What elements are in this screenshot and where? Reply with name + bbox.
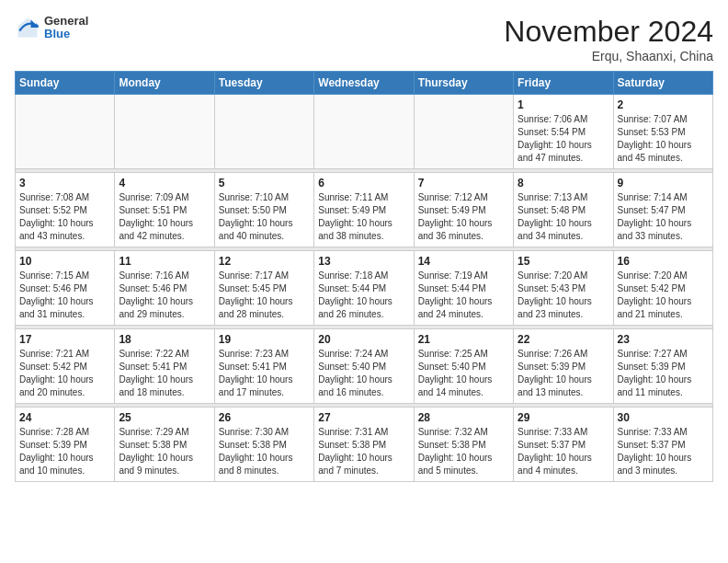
calendar-cell: 11Sunrise: 7:16 AM Sunset: 5:46 PM Dayli… bbox=[115, 251, 214, 326]
calendar-cell: 27Sunrise: 7:31 AM Sunset: 5:38 PM Dayli… bbox=[314, 408, 414, 482]
day-number: 8 bbox=[518, 177, 609, 190]
day-info: Sunrise: 7:19 AM Sunset: 5:44 PM Dayligh… bbox=[418, 270, 509, 321]
calendar-cell: 7Sunrise: 7:12 AM Sunset: 5:49 PM Daylig… bbox=[414, 173, 513, 247]
calendar-cell: 5Sunrise: 7:10 AM Sunset: 5:50 PM Daylig… bbox=[214, 173, 313, 247]
day-info: Sunrise: 7:18 AM Sunset: 5:44 PM Dayligh… bbox=[318, 270, 409, 321]
day-info: Sunrise: 7:30 AM Sunset: 5:38 PM Dayligh… bbox=[219, 426, 310, 477]
weekday-header-row: SundayMondayTuesdayWednesdayThursdayFrid… bbox=[16, 72, 713, 95]
day-info: Sunrise: 7:20 AM Sunset: 5:42 PM Dayligh… bbox=[618, 270, 709, 321]
day-info: Sunrise: 7:07 AM Sunset: 5:53 PM Dayligh… bbox=[618, 113, 709, 165]
day-info: Sunrise: 7:33 AM Sunset: 5:37 PM Dayligh… bbox=[518, 426, 609, 477]
calendar-cell bbox=[314, 95, 414, 169]
day-number: 10 bbox=[19, 255, 110, 268]
day-number: 16 bbox=[618, 255, 709, 268]
day-info: Sunrise: 7:24 AM Sunset: 5:40 PM Dayligh… bbox=[318, 348, 409, 399]
day-info: Sunrise: 7:28 AM Sunset: 5:39 PM Dayligh… bbox=[19, 426, 110, 477]
weekday-header-thursday: Thursday bbox=[414, 72, 513, 95]
day-info: Sunrise: 7:26 AM Sunset: 5:39 PM Dayligh… bbox=[518, 348, 609, 399]
day-number: 4 bbox=[119, 177, 210, 190]
day-number: 25 bbox=[119, 411, 210, 424]
logo-icon bbox=[15, 15, 40, 40]
day-info: Sunrise: 7:12 AM Sunset: 5:49 PM Dayligh… bbox=[418, 191, 509, 243]
calendar-cell: 1Sunrise: 7:06 AM Sunset: 5:54 PM Daylig… bbox=[514, 95, 613, 169]
calendar-cell: 16Sunrise: 7:20 AM Sunset: 5:42 PM Dayli… bbox=[613, 251, 712, 326]
weekday-header-tuesday: Tuesday bbox=[214, 72, 313, 95]
month-title: November 2024 bbox=[504, 15, 713, 49]
weekday-header-saturday: Saturday bbox=[613, 72, 712, 95]
day-info: Sunrise: 7:16 AM Sunset: 5:46 PM Dayligh… bbox=[119, 270, 210, 321]
day-number: 23 bbox=[618, 333, 709, 346]
calendar-cell: 30Sunrise: 7:33 AM Sunset: 5:37 PM Dayli… bbox=[613, 408, 712, 482]
day-info: Sunrise: 7:29 AM Sunset: 5:38 PM Dayligh… bbox=[119, 426, 210, 477]
calendar-cell bbox=[414, 95, 513, 169]
day-number: 18 bbox=[119, 333, 210, 346]
calendar-cell bbox=[16, 95, 115, 169]
calendar-cell: 18Sunrise: 7:22 AM Sunset: 5:41 PM Dayli… bbox=[115, 329, 214, 404]
day-number: 12 bbox=[219, 255, 310, 268]
calendar-cell: 10Sunrise: 7:15 AM Sunset: 5:46 PM Dayli… bbox=[16, 251, 115, 326]
day-info: Sunrise: 7:23 AM Sunset: 5:41 PM Dayligh… bbox=[219, 348, 310, 399]
day-info: Sunrise: 7:25 AM Sunset: 5:40 PM Dayligh… bbox=[418, 348, 509, 399]
day-info: Sunrise: 7:20 AM Sunset: 5:43 PM Dayligh… bbox=[518, 270, 609, 321]
calendar-table: SundayMondayTuesdayWednesdayThursdayFrid… bbox=[15, 71, 713, 482]
day-number: 30 bbox=[618, 411, 709, 424]
day-info: Sunrise: 7:22 AM Sunset: 5:41 PM Dayligh… bbox=[119, 348, 210, 399]
day-info: Sunrise: 7:27 AM Sunset: 5:39 PM Dayligh… bbox=[618, 348, 709, 399]
day-number: 14 bbox=[418, 255, 509, 268]
calendar-cell: 8Sunrise: 7:13 AM Sunset: 5:48 PM Daylig… bbox=[514, 173, 613, 247]
calendar-cell: 4Sunrise: 7:09 AM Sunset: 5:51 PM Daylig… bbox=[115, 173, 214, 247]
day-number: 6 bbox=[318, 177, 409, 190]
day-number: 24 bbox=[19, 411, 110, 424]
day-number: 22 bbox=[518, 333, 609, 346]
day-info: Sunrise: 7:14 AM Sunset: 5:47 PM Dayligh… bbox=[618, 191, 709, 243]
calendar-week-row: 17Sunrise: 7:21 AM Sunset: 5:42 PM Dayli… bbox=[16, 329, 713, 404]
calendar-cell: 25Sunrise: 7:29 AM Sunset: 5:38 PM Dayli… bbox=[115, 408, 214, 482]
day-number: 11 bbox=[119, 255, 210, 268]
day-info: Sunrise: 7:33 AM Sunset: 5:37 PM Dayligh… bbox=[618, 426, 709, 477]
calendar-cell: 21Sunrise: 7:25 AM Sunset: 5:40 PM Dayli… bbox=[414, 329, 513, 404]
day-number: 7 bbox=[418, 177, 509, 190]
calendar-week-row: 3Sunrise: 7:08 AM Sunset: 5:52 PM Daylig… bbox=[16, 173, 713, 247]
calendar-week-row: 10Sunrise: 7:15 AM Sunset: 5:46 PM Dayli… bbox=[16, 251, 713, 326]
calendar-cell: 26Sunrise: 7:30 AM Sunset: 5:38 PM Dayli… bbox=[214, 408, 313, 482]
day-info: Sunrise: 7:11 AM Sunset: 5:49 PM Dayligh… bbox=[318, 191, 409, 243]
weekday-header-friday: Friday bbox=[514, 72, 613, 95]
calendar-cell: 15Sunrise: 7:20 AM Sunset: 5:43 PM Dayli… bbox=[514, 251, 613, 326]
day-number: 3 bbox=[19, 177, 110, 190]
day-number: 2 bbox=[618, 98, 709, 111]
day-info: Sunrise: 7:32 AM Sunset: 5:38 PM Dayligh… bbox=[418, 426, 509, 477]
calendar-cell: 28Sunrise: 7:32 AM Sunset: 5:38 PM Dayli… bbox=[414, 408, 513, 482]
day-info: Sunrise: 7:13 AM Sunset: 5:48 PM Dayligh… bbox=[518, 191, 609, 243]
weekday-header-monday: Monday bbox=[115, 72, 214, 95]
day-info: Sunrise: 7:17 AM Sunset: 5:45 PM Dayligh… bbox=[219, 270, 310, 321]
logo-text: General Blue bbox=[44, 15, 88, 41]
calendar-cell: 29Sunrise: 7:33 AM Sunset: 5:37 PM Dayli… bbox=[514, 408, 613, 482]
day-info: Sunrise: 7:09 AM Sunset: 5:51 PM Dayligh… bbox=[119, 191, 210, 243]
calendar-week-row: 24Sunrise: 7:28 AM Sunset: 5:39 PM Dayli… bbox=[16, 408, 713, 482]
calendar-cell: 13Sunrise: 7:18 AM Sunset: 5:44 PM Dayli… bbox=[314, 251, 414, 326]
calendar-cell: 2Sunrise: 7:07 AM Sunset: 5:53 PM Daylig… bbox=[613, 95, 712, 169]
weekday-header-sunday: Sunday bbox=[16, 72, 115, 95]
logo: General Blue bbox=[15, 15, 88, 41]
day-number: 29 bbox=[518, 411, 609, 424]
day-number: 15 bbox=[518, 255, 609, 268]
calendar-cell: 14Sunrise: 7:19 AM Sunset: 5:44 PM Dayli… bbox=[414, 251, 513, 326]
location: Erqu, Shaanxi, China bbox=[504, 49, 713, 63]
day-info: Sunrise: 7:06 AM Sunset: 5:54 PM Dayligh… bbox=[518, 113, 609, 165]
page-header: General Blue November 2024 Erqu, Shaanxi… bbox=[15, 15, 713, 63]
calendar-cell: 3Sunrise: 7:08 AM Sunset: 5:52 PM Daylig… bbox=[16, 173, 115, 247]
calendar-cell: 19Sunrise: 7:23 AM Sunset: 5:41 PM Dayli… bbox=[214, 329, 313, 404]
day-info: Sunrise: 7:10 AM Sunset: 5:50 PM Dayligh… bbox=[219, 191, 310, 243]
calendar-cell: 22Sunrise: 7:26 AM Sunset: 5:39 PM Dayli… bbox=[514, 329, 613, 404]
weekday-header-wednesday: Wednesday bbox=[314, 72, 414, 95]
day-info: Sunrise: 7:31 AM Sunset: 5:38 PM Dayligh… bbox=[318, 426, 409, 477]
day-number: 5 bbox=[219, 177, 310, 190]
day-number: 1 bbox=[518, 98, 609, 111]
logo-line2: Blue bbox=[44, 28, 88, 40]
calendar-cell: 17Sunrise: 7:21 AM Sunset: 5:42 PM Dayli… bbox=[16, 329, 115, 404]
day-number: 9 bbox=[618, 177, 709, 190]
calendar-week-row: 1Sunrise: 7:06 AM Sunset: 5:54 PM Daylig… bbox=[16, 95, 713, 169]
day-info: Sunrise: 7:15 AM Sunset: 5:46 PM Dayligh… bbox=[19, 270, 110, 321]
logo-line1: General bbox=[44, 15, 88, 28]
title-block: November 2024 Erqu, Shaanxi, China bbox=[504, 15, 713, 63]
